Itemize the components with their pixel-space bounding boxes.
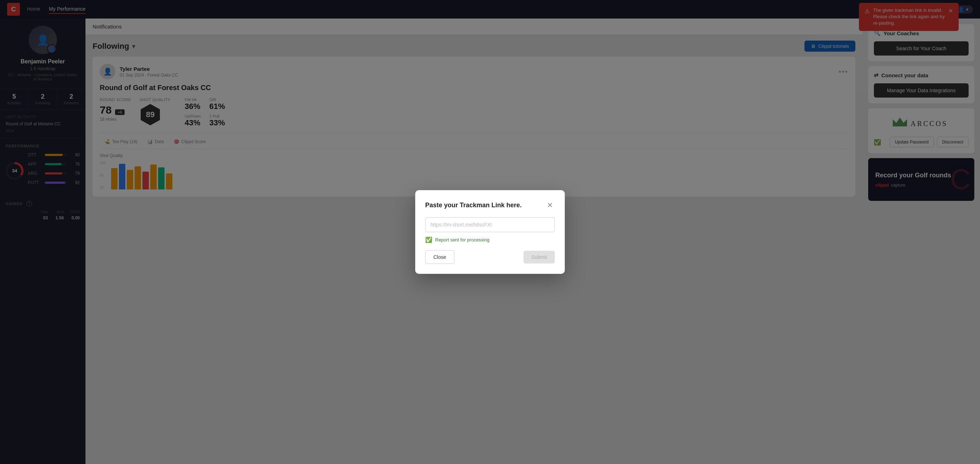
modal-close-button[interactable]: Close bbox=[425, 250, 454, 264]
modal-header: Paste your Trackman Link here. ✕ bbox=[425, 200, 555, 210]
modal-success-message: ✅ Report sent for processing bbox=[425, 237, 555, 243]
modal-title: Paste your Trackman Link here. bbox=[425, 202, 522, 209]
modal-overlay[interactable]: Paste your Trackman Link here. ✕ ✅ Repor… bbox=[0, 0, 980, 464]
success-checkmark-icon: ✅ bbox=[425, 237, 432, 243]
modal-footer: Close Submit bbox=[425, 250, 555, 264]
modal-close-x-button[interactable]: ✕ bbox=[545, 200, 555, 210]
modal-submit-button[interactable]: Submit bbox=[523, 251, 555, 264]
trackman-link-input[interactable] bbox=[425, 217, 555, 232]
trackman-modal: Paste your Trackman Link here. ✕ ✅ Repor… bbox=[415, 190, 565, 274]
